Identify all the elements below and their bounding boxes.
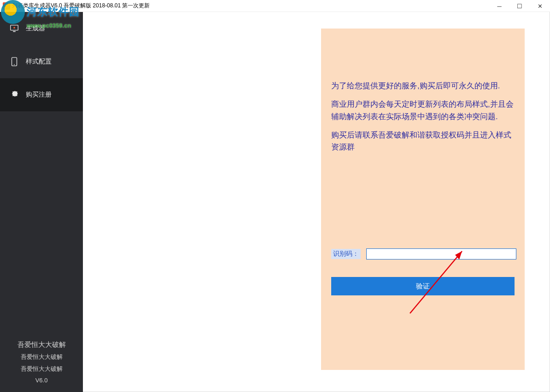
purchase-panel: 为了给您提供更好的服务,购买后即可永久的使用. 商业用户群内会每天定时更新列表的… [321, 29, 525, 370]
msg-para-3: 购买后请联系吾爱破解和谐获取授权码并且进入样式资源群 [331, 129, 515, 154]
footer-credit-3: 吾爱恒大大破解 [0, 365, 83, 373]
verify-button-label: 验证 [416, 282, 430, 291]
id-code-row: 识别码： [331, 248, 516, 259]
verify-button[interactable]: 验证 [331, 277, 515, 295]
sidebar-item-label: 样式配置 [26, 58, 52, 66]
id-code-input[interactable] [366, 248, 516, 259]
footer-credit-2: 吾爱恒大大破解 [0, 353, 83, 361]
monitor-icon [9, 23, 19, 34]
msg-para-1: 为了给您提供更好的服务,购买后即可永久的使用. [331, 80, 515, 92]
sidebar-footer: 吾爱恒大大破解 吾爱恒大大破解 吾爱恒大大破解 V6.0 [0, 337, 83, 392]
maximize-button[interactable]: ☐ [509, 0, 530, 12]
svg-point-2 [13, 27, 15, 29]
msg-para-2: 商业用户群内会每天定时更新列表的布局样式,并且会辅助解决列表在实际场景中遇到的各… [331, 98, 515, 123]
window-controls: ─ ☐ ✕ [489, 0, 550, 12]
window-title: 列表类库生成器V6.0 吾爱破解版 2018-08.01 第一次更新 [12, 2, 150, 10]
content-area: 为了给您提供更好的服务,购买后即可永久的使用. 商业用户群内会每天定时更新列表的… [83, 12, 550, 392]
purchase-message: 为了给您提供更好的服务,购买后即可永久的使用. 商业用户群内会每天定时更新列表的… [331, 80, 515, 154]
sidebar: 生成器 样式配置 购买注册 吾爱恒大大破解 吾爱恒大大破解 吾爱恒大大破解 V6… [0, 12, 83, 392]
phone-icon [9, 57, 19, 67]
id-code-label: 识别码： [331, 249, 361, 259]
sidebar-item-style[interactable]: 样式配置 [0, 45, 83, 78]
svg-point-4 [14, 64, 15, 65]
titlebar: 列表类库生成器V6.0 吾爱破解版 2018-08.01 第一次更新 ─ ☐ ✕ [0, 0, 550, 12]
sidebar-item-generator[interactable]: 生成器 [0, 12, 83, 45]
sidebar-item-label: 购买注册 [26, 91, 52, 99]
minimize-button[interactable]: ─ [489, 0, 509, 12]
close-button[interactable]: ✕ [530, 0, 550, 12]
footer-credit-1: 吾爱恒大大破解 [0, 340, 83, 349]
svg-rect-1 [13, 31, 16, 32]
app-icon [3, 2, 10, 10]
footer-version: V6.0 [0, 377, 83, 384]
sidebar-item-purchase[interactable]: 购买注册 [0, 78, 83, 111]
sidebar-item-label: 生成器 [26, 24, 45, 33]
puzzle-icon [9, 90, 19, 100]
